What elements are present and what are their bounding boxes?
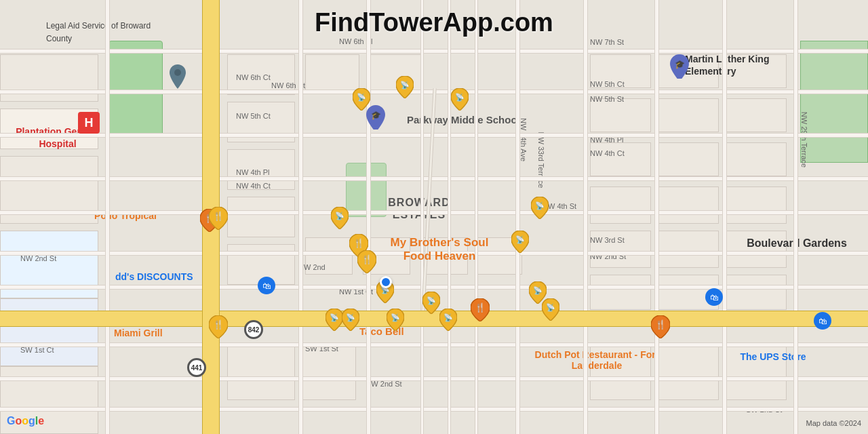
nw34th-ave-label: NW 34th Ave bbox=[519, 118, 528, 161]
svg-text:🍴: 🍴 bbox=[213, 319, 224, 330]
legal-aid-pin[interactable] bbox=[170, 64, 186, 92]
map-container[interactable]: FindTowerApp.com Legal Aid Service of Br… bbox=[0, 0, 868, 434]
tower-pin-8[interactable]: 📡 bbox=[422, 292, 440, 317]
svg-text:📡: 📡 bbox=[546, 302, 555, 312]
tower-pin-5[interactable]: 📡 bbox=[531, 197, 549, 222]
svg-text:📡: 📡 bbox=[391, 313, 400, 322]
svg-text:📡: 📡 bbox=[535, 201, 545, 210]
svg-text:🍴: 🍴 bbox=[475, 302, 486, 313]
svg-text:📡: 📡 bbox=[443, 313, 453, 322]
svg-text:📡: 📡 bbox=[427, 296, 436, 305]
tower-pin-11[interactable]: 📡 bbox=[387, 309, 404, 334]
svg-text:📡: 📡 bbox=[346, 313, 355, 322]
dd-discounts-label: dd's DISCOUNTS bbox=[115, 271, 193, 282]
svg-text:🍴: 🍴 bbox=[655, 319, 667, 330]
svg-text:🎓: 🎓 bbox=[675, 59, 685, 69]
ups-store-label: The UPS Store bbox=[719, 351, 827, 362]
nw4th-ct-label: NW 4th Ct bbox=[236, 182, 271, 190]
tower-pin-3[interactable]: 📡 bbox=[451, 88, 469, 113]
svg-text:📡: 📡 bbox=[335, 211, 344, 220]
hwy-842-marker: 842 bbox=[244, 320, 263, 339]
svg-text:🍴: 🍴 bbox=[353, 237, 365, 249]
google-logo: Google bbox=[7, 415, 44, 427]
restaurant-food-pin[interactable]: 🍴 bbox=[209, 207, 228, 233]
legal-aid-label: Legal Aid Service of Broward County bbox=[46, 19, 155, 44]
miami-grill-pin[interactable]: 🍴 bbox=[209, 315, 228, 341]
ups-store-pin[interactable]: 🛍 bbox=[705, 288, 723, 306]
hwy-441-marker: 441 bbox=[187, 358, 206, 377]
broward-estates-label: BROWARD ESTATES bbox=[372, 197, 467, 221]
svg-text:📡: 📡 bbox=[533, 285, 542, 295]
svg-text:🍴: 🍴 bbox=[361, 254, 373, 265]
nw4th-pl-label: NW 4th Pl bbox=[236, 168, 270, 176]
tower-pin-1[interactable]: 📡 bbox=[396, 76, 414, 101]
miami-grill-label: Miami Grill bbox=[114, 328, 163, 338]
svg-text:📡: 📡 bbox=[400, 80, 410, 90]
dd-discounts-pin[interactable]: 🛍 bbox=[258, 277, 275, 294]
tower-pin-4[interactable]: 📡 bbox=[331, 207, 349, 232]
mlk-pin[interactable]: 🎓 bbox=[670, 54, 689, 81]
svg-point-0 bbox=[174, 69, 181, 76]
restaurant-label: My Brother's Soul Food Heaven bbox=[358, 236, 521, 264]
nw5th-st-r-label: NW 5th St bbox=[590, 95, 624, 103]
svg-text:📡: 📡 bbox=[357, 92, 366, 102]
tower-pin-9[interactable]: 📡 bbox=[326, 309, 343, 334]
map-title: FindTowerApp.com bbox=[315, 8, 553, 37]
tower-pin-6[interactable]: 📡 bbox=[511, 231, 529, 256]
svg-text:📡: 📡 bbox=[330, 313, 339, 322]
nw5th-ct-label: NW 5th Ct bbox=[236, 112, 271, 120]
nw3rd-st-label: NW 3rd St bbox=[590, 236, 625, 244]
tower-pin-2[interactable]: 📡 bbox=[353, 88, 370, 113]
map-copyright: Map data ©2024 bbox=[806, 419, 862, 427]
svg-text:🎓: 🎓 bbox=[371, 110, 381, 120]
dutch-pot-label: Dutch Pot Restaurant - Fort Lauderdale bbox=[515, 349, 678, 371]
food-pin-right[interactable]: 🍴 bbox=[651, 315, 670, 341]
svg-text:📡: 📡 bbox=[455, 92, 465, 102]
svg-text:📡: 📡 bbox=[515, 235, 525, 244]
dutch-pot-pin[interactable]: 🍴 bbox=[471, 298, 490, 324]
hospital-icon: H bbox=[78, 112, 100, 134]
tower-pin-12[interactable]: 📡 bbox=[439, 309, 457, 334]
soul-food-pin-2[interactable]: 🍴 bbox=[357, 250, 376, 276]
nw29th-terrace-label: NW 29th Terrace bbox=[800, 112, 808, 167]
nw4th-ct-r-label: NW 4th Ct bbox=[590, 149, 625, 157]
svg-text:🍴: 🍴 bbox=[213, 210, 224, 222]
tower-pin-14[interactable]: 📡 bbox=[542, 298, 559, 323]
nw5th-ct-r-label: NW 5th Ct bbox=[590, 80, 625, 88]
tower-pin-10[interactable]: 📡 bbox=[342, 309, 359, 334]
nw7th-st-label: NW 7th St bbox=[590, 38, 624, 46]
shop-pin-right[interactable]: 🛍 bbox=[814, 312, 831, 330]
nw6th-ct-label: NW 6th Ct bbox=[236, 73, 271, 81]
blue-dot-1 bbox=[380, 276, 392, 288]
